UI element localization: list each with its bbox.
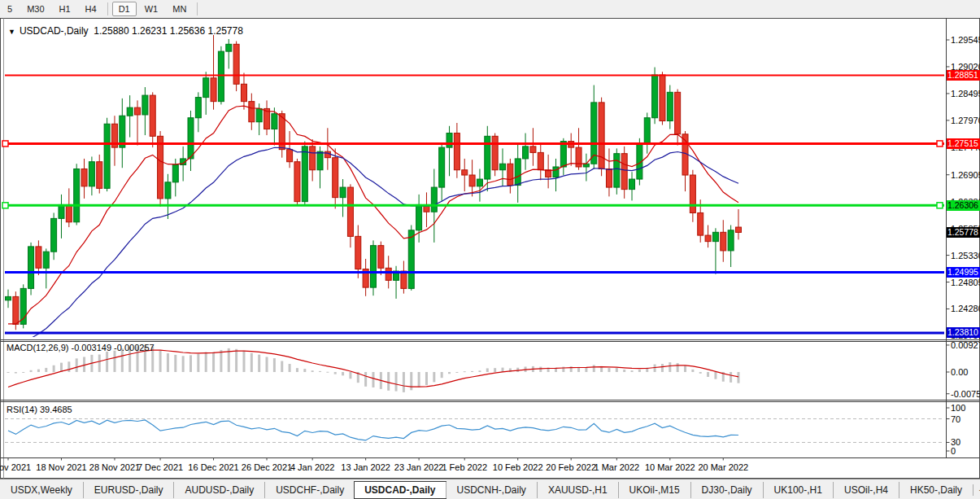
price-axis-tick: 1.29545 xyxy=(951,35,980,45)
tab-xauusd-h1[interactable]: XAUUSD-,H1 xyxy=(537,482,618,498)
chart-window-border xyxy=(1,19,980,479)
tab-eurusd-daily[interactable]: EURUSD-,Daily xyxy=(83,482,174,498)
chart-symbol-label: USDCAD-,Daily xyxy=(20,25,89,37)
price-axis-tick: 1.26905 xyxy=(951,170,980,180)
tab-usdcad-daily[interactable]: USDCAD-,Daily xyxy=(354,481,446,499)
date-axis-label: 4 Jan 2022 xyxy=(290,462,334,472)
tab-hk50-daily[interactable]: HK50-,Daily xyxy=(899,482,973,498)
line-anchor-marker[interactable] xyxy=(2,203,8,208)
line-anchor-marker[interactable] xyxy=(2,141,8,147)
price-label-1.28851: 1.28851 xyxy=(947,70,980,81)
date-axis-label: 13 Jan 2022 xyxy=(341,462,390,472)
date-axis-label: 10 Feb 2022 xyxy=(493,462,543,472)
chart-title: ▼USDCAD-,Daily 1.25880 1.26231 1.25636 1… xyxy=(8,25,243,37)
date-axis-label: 16 Dec 2021 xyxy=(188,462,238,472)
tab-usdchf-daily[interactable]: USDCHF-,Daily xyxy=(264,482,355,498)
rsi-axis-tick: 70 xyxy=(951,414,960,424)
price-axis-tick: 1.25330 xyxy=(951,251,980,260)
date-axis-label: 18 Nov 2021 xyxy=(36,462,86,472)
symbol-tabbar: USDX,WeeklyEURUSD-,DailyAUDUSD-,DailyUSD… xyxy=(0,479,980,499)
price-label-1.24995: 1.24995 xyxy=(947,267,980,278)
rsi-axis-tick: 0 xyxy=(951,446,956,456)
date-axis-label: 23 Jan 2022 xyxy=(394,462,444,472)
ohlc-open: 1.25880 xyxy=(94,25,128,37)
ohlc-close: 1.25778 xyxy=(207,25,242,37)
line-anchor-marker[interactable] xyxy=(937,203,943,208)
price-label-1.23810: 1.23810 xyxy=(947,327,980,338)
price-label-1.27515: 1.27515 xyxy=(947,138,980,149)
date-axis-label: 1 Feb 2022 xyxy=(442,462,487,472)
macd-axis-tick: 0.00 xyxy=(951,367,968,377)
date-axis-label: 20 Mar 2022 xyxy=(698,462,748,472)
price-axis-tick: 1.24805 xyxy=(951,278,980,287)
price-axis-tick: 1.28495 xyxy=(951,89,980,98)
date-axis-label: 28 Nov 2021 xyxy=(89,462,140,472)
scroll-left-icon[interactable]: ◄ xyxy=(973,484,980,496)
tab-usoil-h4[interactable]: USOil-,H4 xyxy=(833,482,899,498)
chevron-down-icon: ▼ xyxy=(8,28,15,36)
tab-dj30-daily[interactable]: DJ30-,Daily xyxy=(690,482,763,498)
date-axis-label: 1 Mar 2022 xyxy=(594,462,639,472)
price-chart-canvas[interactable] xyxy=(0,0,980,499)
tab-uk100-h1[interactable]: UK100-,H1 xyxy=(763,482,833,498)
date-axis-label: 26 Dec 2021 xyxy=(242,462,292,472)
macd-indicator-label: MACD(12,26,9) -0.003149 -0.000257 xyxy=(7,343,155,352)
rsi-axis-tick: 100 xyxy=(951,403,965,413)
macd-axis-tick: -0.00750 xyxy=(951,389,980,399)
tab-usdcnh-daily[interactable]: USDCNH-,Daily xyxy=(446,482,537,498)
tab-ukoil-m15[interactable]: UKOil-,M15 xyxy=(618,482,690,498)
price-label-1.26306: 1.26306 xyxy=(947,200,980,211)
tab-usdx-weekly[interactable]: USDX,Weekly xyxy=(0,482,83,498)
trading-terminal: 5M30H1H4D1W1MN ▼USDCAD-,Daily 1.25880 1.… xyxy=(0,0,980,499)
macd-axis-tick: 0.009278 xyxy=(951,340,980,350)
ohlc-high: 1.26231 xyxy=(132,25,167,37)
line-anchor-marker[interactable] xyxy=(937,141,943,147)
ohlc-low: 1.25636 xyxy=(170,25,205,37)
price-axis-tick: 1.24280 xyxy=(951,304,980,313)
tab-scroll-arrows: ◄► xyxy=(973,484,980,496)
price-label-1.25778: 1.25778 xyxy=(947,227,980,238)
date-axis-label: 9 Nov 2021 xyxy=(0,462,31,472)
rsi-indicator-label: RSI(14) 39.4685 xyxy=(7,405,72,414)
tab-audusd-daily[interactable]: AUDUSD-,Daily xyxy=(173,482,264,498)
date-axis-label: 10 Mar 2022 xyxy=(645,462,695,472)
date-axis-label: 20 Feb 2022 xyxy=(546,462,596,472)
price-axis-tick: 1.27970 xyxy=(951,116,980,125)
date-axis-label: 7 Dec 2021 xyxy=(137,462,183,472)
